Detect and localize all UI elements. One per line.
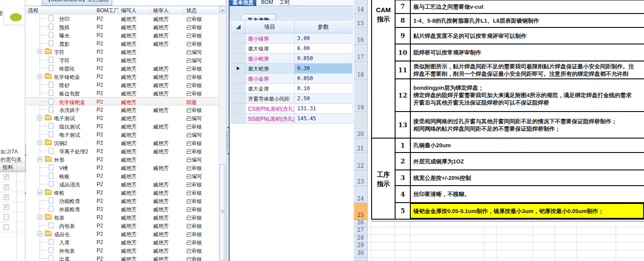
collapse-toggle-icon[interactable] [37,190,42,195]
row-indicator[interactable] [231,84,245,94]
step-name[interactable]: 内包装 [59,223,75,230]
step-name[interactable]: 字符 [54,49,64,56]
step-name[interactable]: 化学镍钯金 [54,74,80,81]
instruction-row[interactable]: 12 bondingpin层为绑定焊盘； 绑定焊盘的阻焊开窗需要我司加大来满足附… [396,79,644,112]
step-name[interactable]: 沉铜2 [54,140,67,147]
instruction-row[interactable]: 9 贴片焊盘宽度不足的可以按常规评审可以制作 [396,28,644,44]
step-name[interactable]: 板边包胶 [59,90,80,98]
instruction-number-cell[interactable]: 8 [396,14,410,27]
tree-row[interactable]: 出库 P2 臧艳芳 臧艳芳 已审核 [26,254,218,261]
instruction-row[interactable]: 11 类似附图所示，贴片焊盘间距不足的需要我司极限削贴片焊盘保证最小安全间距制作… [396,61,644,79]
feed-checkbox[interactable] [3,204,9,210]
collapse-toggle-icon[interactable] [37,157,42,162]
scroll-up-icon[interactable]: ▲ [220,7,225,13]
param-value-cell[interactable]: 6.00 [295,44,352,54]
flow-tab[interactable]: 【UB5A3015A0】工艺流程 [42,0,112,6]
tree-row[interactable]: 包装 P2 臧艳芳 臧艳芳 已审核 [26,213,218,221]
row-number[interactable]: 27 [354,227,368,234]
row-number[interactable]: 30 [354,250,368,258]
param-name-cell[interactable]: SS面PNL面积(含孔) [245,114,295,124]
param-row[interactable]: 开窗导体最小间距 2.50 [231,94,352,104]
instruction-number-cell[interactable]: 2 [396,153,410,169]
row-number[interactable]: 17 [354,44,368,61]
step-name[interactable]: 终固化 [59,65,75,73]
instruction-row[interactable]: 8 1-4、5-8的孔按树脂塞孔并L1、L8层表面镀铜制作 [396,14,644,28]
instruction-row[interactable]: 10 阻焊桥可以按常规评审制作 [396,44,644,61]
instruction-text-cell[interactable]: 1-4、5-8的孔按树脂塞孔并L1、L8层表面镀铜制作 [410,14,644,27]
tree-row[interactable]: 外观检查 P2 臧艳芳 臧艳芳 已审核 [26,205,218,213]
instruction-number-cell[interactable]: 10 [396,44,410,61]
instruction-number-cell[interactable]: 11 [396,61,410,78]
tree-row[interactable]: 丝印 P2 臧艳芳 臧艳芳 已审核 [26,14,218,23]
row-number[interactable]: 29 [354,242,368,250]
col-header-item[interactable]: 项目 [245,20,295,34]
param-row[interactable]: 最小钯厚 0.050 [231,54,352,64]
collapse-toggle-icon[interactable] [37,140,42,145]
row-number[interactable]: 24 [354,186,368,203]
collapse-toggle-icon[interactable] [37,115,42,120]
step-name[interactable]: 预烘 [59,24,70,31]
step-name[interactable]: 等离子处理2 [59,148,88,156]
step-name[interactable]: 出库 [59,256,70,261]
param-name-cell[interactable]: 最小钯厚 [245,54,295,64]
param-value-cell[interactable]: 0.30 [295,64,352,74]
row-indicator[interactable] [231,44,245,54]
tree-row[interactable]: 铣板 P2 臧艳芳 已编写 [26,172,218,180]
tree-row[interactable]: V槽 P2 臧艳芳 臧艳芳 已审核 [26,163,218,172]
param-name-cell[interactable]: 最小金厚 [245,74,295,84]
tree-row[interactable]: 板边包胶 P2 臧艳芳 臧艳芳 已审核 [26,89,218,97]
row-indicator[interactable] [231,74,245,84]
instruction-text-cell[interactable]: 板与工艺边之间需要做v-cut [410,0,644,13]
row-indicator[interactable] [231,54,245,64]
instruction-number-cell[interactable]: 5 [396,203,410,219]
tree-row[interactable]: 终固化 P2 臧艳芳 臧艳芳 已审核 [26,64,218,72]
instruction-number-cell[interactable]: 4 [396,186,410,202]
step-name[interactable]: 功能检查 [59,198,80,205]
collapse-left-icon[interactable]: ◄ [226,126,230,129]
param-name-cell[interactable]: 最大钯厚 [245,64,295,74]
step-name[interactable]: 阻抗测试 [59,123,80,131]
instruction-number-cell[interactable]: 3 [396,170,410,185]
instruction-text-cell[interactable]: bondingpin层为绑定焊盘； 绑定焊盘的阻焊开窗需要我司加大来满足附图4所… [410,79,644,111]
row-number[interactable]: 22 [354,153,368,170]
collapse-toggle-icon[interactable] [37,74,42,79]
tree-row[interactable]: 预烘 P2 臧艳芳 臧艳芳 已审核 [26,23,218,31]
step-name[interactable]: 成品清洗 [59,181,80,189]
tree-row[interactable]: 成品清洗 P2 臧艳芳 臧艳芳 已审核 [26,180,218,188]
row-indicator[interactable] [231,34,245,44]
step-name[interactable]: 电子测试 [59,132,80,139]
param-value-cell[interactable]: 145.45 [295,114,352,124]
tree-row[interactable]: 内包装 P2 臧艳芳 臧艳芳 已审核 [26,221,218,230]
step-name[interactable]: V槽 [59,165,68,172]
feed-checkbox[interactable] [3,224,9,230]
tree-row[interactable]: 字符 P2 臧艳芳 已编写 [26,47,218,56]
row-number[interactable]: 16 [354,28,368,44]
tree-row[interactable]: 字符 P2 臧艳芳 已编写 [26,56,218,64]
row-number[interactable]: 20 [354,112,368,139]
step-name[interactable]: 电子测试 [54,115,75,122]
param-row[interactable]: SS面PNL面积(含孔) 145.45 [231,114,352,124]
instruction-number-cell[interactable]: 1 [396,139,410,152]
row-number[interactable]: 21 [354,139,368,153]
feed-checkbox[interactable] [3,184,9,190]
instruction-row[interactable]: 7 板与工艺边之间需要做v-cut [396,0,644,14]
instruction-text-cell[interactable]: 镍钯金金厚按0.05-0.1um制作，镍厚按最小3um，钯厚按最小0.05um制… [410,203,644,219]
scrollbar-thumb[interactable] [220,164,225,261]
row-number[interactable]: 14 [354,0,368,14]
param-value-cell[interactable]: 3.00 [295,34,352,44]
step-name[interactable]: 成品仓 [54,231,70,238]
collapse-left-icon[interactable]: ◄ [226,152,230,156]
tree-row[interactable]: 终检 P2 臧艳芳 臧艳芳 已审核 [26,188,218,197]
step-name[interactable]: 显影 [59,41,70,48]
param-row[interactable]: 最小镍厚 3.00 [231,34,352,44]
col-header-value[interactable]: 参数 [295,20,352,34]
param-row[interactable]: CS面PNL面积(含孔) 131.31 [231,104,352,114]
instruction-row[interactable]: 3 线宽公差按+/-20%控制 [396,170,644,186]
tree-row[interactable]: 外形 P2 臧艳芳 已编写 [26,155,218,163]
tree-row[interactable]: 阻抗测试 P2 臧艳芳 臧艳芳 已审核 [26,122,218,130]
collapse-toggle-icon[interactable] [37,231,42,236]
instruction-text-cell[interactable]: 线宽公差按+/-20%控制 [410,170,644,185]
tree-row[interactable]: 功能检查 P2 臧艳芳 臧艳芳 已审核 [26,197,218,205]
instruction-number-cell[interactable]: 9 [396,28,410,44]
row-number[interactable]: 18 [354,61,368,79]
